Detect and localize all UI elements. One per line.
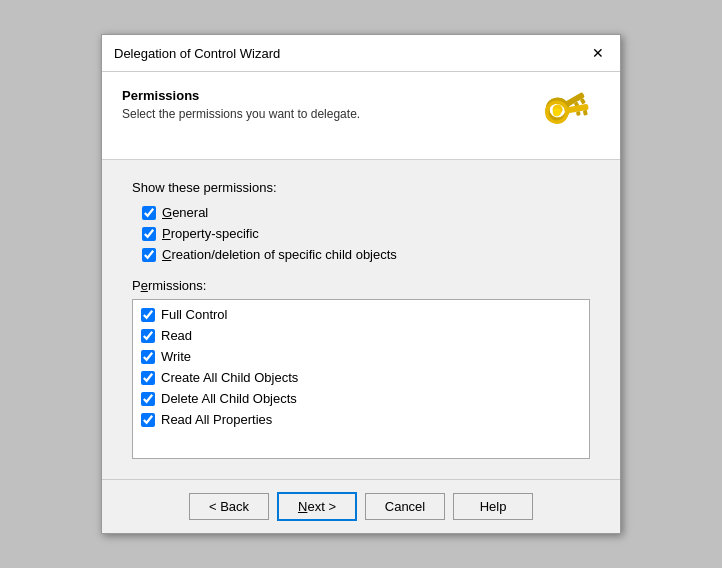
perm-write-label: Write — [161, 349, 191, 364]
perm-create-child-label: Create All Child Objects — [161, 370, 298, 385]
header-text: Permissions Select the permissions you w… — [122, 88, 360, 121]
perm-delete-child-input[interactable] — [141, 392, 155, 406]
perm-delete-child-label: Delete All Child Objects — [161, 391, 297, 406]
show-permissions-label: Show these permissions: — [132, 180, 590, 195]
content-area: Show these permissions: General Property… — [102, 160, 620, 479]
perm-full-control-input[interactable] — [141, 308, 155, 322]
perm-full-control-label: Full Control — [161, 307, 227, 322]
perm-full-control[interactable]: Full Control — [133, 304, 589, 325]
perm-read-all-props[interactable]: Read All Properties — [133, 409, 589, 430]
key-icon — [540, 88, 600, 143]
perm-write[interactable]: Write — [133, 346, 589, 367]
checkbox-creation-deletion[interactable]: Creation/deletion of specific child obje… — [142, 247, 590, 262]
perm-delete-child[interactable]: Delete All Child Objects — [133, 388, 589, 409]
checkbox-creation-label: Creation/deletion of specific child obje… — [162, 247, 397, 262]
footer: < Back Next > Cancel Help — [102, 479, 620, 533]
perm-read[interactable]: Read — [133, 325, 589, 346]
perm-read-all-props-input[interactable] — [141, 413, 155, 427]
title-bar: Delegation of Control Wizard ✕ — [102, 35, 620, 72]
permissions-label: Permissions: — [132, 278, 590, 293]
header-title: Permissions — [122, 88, 360, 103]
close-button[interactable]: ✕ — [588, 43, 608, 63]
perm-write-input[interactable] — [141, 350, 155, 364]
checkbox-general-label: General — [162, 205, 208, 220]
header-section: Permissions Select the permissions you w… — [102, 72, 620, 160]
perm-read-label: Read — [161, 328, 192, 343]
show-permissions-checkboxes: General Property-specific Creation/delet… — [142, 205, 590, 262]
perm-create-child-input[interactable] — [141, 371, 155, 385]
perm-read-input[interactable] — [141, 329, 155, 343]
checkbox-property-label: Property-specific — [162, 226, 259, 241]
checkbox-property-specific[interactable]: Property-specific — [142, 226, 590, 241]
help-button[interactable]: Help — [453, 493, 533, 520]
checkbox-general[interactable]: General — [142, 205, 590, 220]
back-button[interactable]: < Back — [189, 493, 269, 520]
delegation-wizard-dialog: Delegation of Control Wizard ✕ Permissio… — [101, 34, 621, 534]
checkbox-general-input[interactable] — [142, 206, 156, 220]
dialog-title: Delegation of Control Wizard — [114, 46, 280, 61]
checkbox-creation-input[interactable] — [142, 248, 156, 262]
permissions-list[interactable]: Full Control Read Write Create All Child… — [132, 299, 590, 459]
svg-rect-11 — [576, 111, 581, 116]
next-button[interactable]: Next > — [277, 492, 357, 521]
header-subtitle: Select the permissions you want to deleg… — [122, 107, 360, 121]
checkbox-property-input[interactable] — [142, 227, 156, 241]
cancel-button[interactable]: Cancel — [365, 493, 445, 520]
perm-create-child[interactable]: Create All Child Objects — [133, 367, 589, 388]
perm-read-all-props-label: Read All Properties — [161, 412, 272, 427]
svg-rect-10 — [583, 110, 588, 116]
